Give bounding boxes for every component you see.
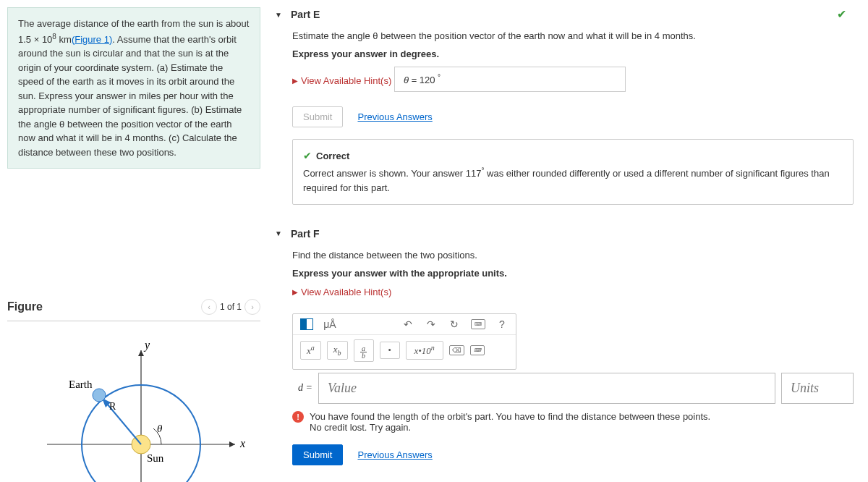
error-feedback: ! You have found the length of the orbit… (292, 411, 854, 433)
problem-unit: km (56, 34, 72, 45)
units-button[interactable]: μÅ (323, 318, 336, 330)
feedback-title: Correct (316, 149, 349, 164)
scinotation-tool[interactable]: x•10n (406, 341, 443, 360)
keyboard2-icon[interactable]: ⌨ (470, 345, 485, 355)
svg-marker-1 (229, 441, 235, 447)
triangle-right-icon: ▶ (292, 288, 298, 296)
svg-marker-4 (138, 350, 144, 356)
figure-prev-button[interactable]: ‹ (201, 299, 217, 315)
figure-next-button[interactable]: › (244, 299, 260, 315)
equation-answer-area: μÅ ↶ ↷ ↻ ⌨ ? xa xb ab • x•10n ⌫ (292, 313, 854, 404)
part-e-instruction-1: Estimate the angle θ between the positio… (292, 30, 854, 41)
equation-editor: μÅ ↶ ↷ ↻ ⌨ ? xa xb ab • x•10n ⌫ (292, 313, 516, 370)
answer-display-e: θ = 120 ° (394, 67, 626, 92)
problem-statement: The average distance of the earth from t… (7, 7, 260, 169)
figure-counter: 1 of 1 (220, 302, 242, 312)
previous-answers-link-e[interactable]: Previous Answers (357, 111, 432, 122)
hints-toggle-e[interactable]: ▶View Available Hint(s) (292, 75, 391, 86)
hints-toggle-f[interactable]: ▶View Available Hint(s) (292, 287, 391, 297)
help-icon[interactable]: ? (495, 318, 509, 330)
undo-icon[interactable]: ↶ (401, 318, 414, 330)
fraction-tool[interactable]: ab (354, 339, 374, 362)
dot-tool[interactable]: • (380, 342, 400, 359)
part-f-header: ▼ Part F (275, 219, 854, 245)
part-e-title: Part E (291, 9, 320, 20)
templates-icon[interactable] (300, 318, 313, 330)
svg-text:θ: θ (157, 423, 163, 434)
d-equals-label: d = (292, 382, 312, 394)
svg-text:Sun: Sun (147, 452, 164, 464)
submit-button-e[interactable]: Submit (292, 106, 343, 127)
feedback-box-e: ✔ Correct Correct answer is shown. Your … (292, 139, 854, 204)
part-e-header: ▼ Part E (275, 0, 854, 26)
figure-section: Figure ‹ 1 of 1 › x y Sun (7, 299, 260, 482)
reset-icon[interactable]: ↻ (448, 318, 461, 330)
problem-text-2: . Assume that the earth's orbit around t… (18, 34, 242, 158)
units-input[interactable] (781, 373, 854, 404)
svg-point-11 (93, 389, 106, 402)
part-e-instruction-2: Express your answer in degrees. (292, 48, 854, 59)
error-icon: ! (292, 411, 304, 423)
figure-title: Figure (7, 300, 43, 313)
part-e-body: ✔ Estimate the angle θ between the posit… (275, 30, 854, 219)
problem-text-1: The average distance of the earth from t… (18, 18, 249, 29)
triangle-right-icon: ▶ (292, 77, 298, 85)
check-icon: ✔ (837, 7, 846, 21)
part-f-title: Part F (291, 228, 320, 240)
backspace-icon[interactable]: ⌫ (449, 345, 464, 355)
svg-text:R: R (109, 401, 116, 412)
part-f-body: Find the distance between the two positi… (275, 250, 854, 482)
check-icon: ✔ (303, 148, 312, 164)
submit-button-f[interactable]: Submit (292, 444, 343, 465)
svg-text:Earth: Earth (69, 379, 93, 390)
subscript-tool[interactable]: xb (327, 341, 348, 360)
redo-icon[interactable]: ↷ (425, 318, 438, 330)
part-f-instruction-1: Find the distance between the two positi… (292, 250, 854, 261)
problem-value: 1.5 × 10 (18, 34, 52, 45)
caret-down-icon[interactable]: ▼ (275, 229, 282, 237)
figure-link[interactable]: (Figure 1) (72, 34, 112, 45)
caret-down-icon[interactable]: ▼ (275, 11, 282, 19)
part-f-instruction-2: Express your answer with the appropriate… (292, 268, 854, 279)
orbit-figure: x y Sun Earth R θ (18, 336, 250, 482)
previous-answers-link-f[interactable]: Previous Answers (357, 449, 432, 460)
keyboard-icon[interactable]: ⌨ (471, 319, 485, 329)
svg-text:y: y (143, 339, 150, 352)
value-input[interactable] (318, 373, 775, 404)
superscript-tool[interactable]: xa (300, 341, 321, 360)
svg-text:x: x (239, 437, 245, 449)
